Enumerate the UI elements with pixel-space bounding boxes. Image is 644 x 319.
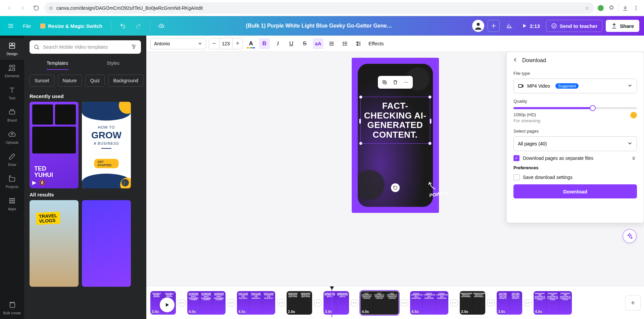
pages-select[interactable]: All pages (40) xyxy=(513,136,637,151)
share-button[interactable]: Share xyxy=(606,20,639,32)
align-button[interactable] xyxy=(326,38,337,49)
add-collaborator-button[interactable] xyxy=(488,20,500,32)
duplicate-button[interactable] xyxy=(380,78,389,87)
analytics-button[interactable] xyxy=(503,19,516,32)
timeline-clip[interactable]: MONITORING AND ADJUSTING AI OUTPUTS FOR … xyxy=(534,291,572,315)
back-button[interactable] xyxy=(4,3,15,13)
transition-button[interactable]: ⫞⫟ xyxy=(351,300,358,306)
transition-button[interactable]: ⫞⫟ xyxy=(524,300,532,306)
design-page[interactable]: FACT-CHECKING AI-GENERATED CONTENT. POIN… xyxy=(352,58,439,213)
chip-quiz[interactable]: Quiz xyxy=(85,75,105,87)
add-page-button[interactable]: + xyxy=(625,295,641,311)
template-thumb-3[interactable]: TRAVEL VLOGS xyxy=(30,200,79,287)
canvas-viewport[interactable]: FACT-CHECKING AI-GENERATED CONTENT. POIN… xyxy=(146,52,644,286)
cloud-sync-icon[interactable] xyxy=(155,20,167,32)
undo-button[interactable] xyxy=(117,20,129,32)
timeline-clip[interactable]: ETHICAL CONSIDERATIONS IN AI PROMPTINGET… xyxy=(410,291,448,315)
rail-draw[interactable]: Draw xyxy=(0,149,24,171)
transition-button[interactable]: ⫞⫟ xyxy=(277,300,285,306)
magic-button[interactable] xyxy=(623,229,637,243)
search-input[interactable]: Search Mobile Video templates xyxy=(30,40,141,54)
document-title[interactable]: (Bulk 1) Purple White Light Blue Geeky G… xyxy=(246,23,394,29)
spacing-button[interactable] xyxy=(353,38,364,49)
template-thumb-2[interactable]: HOW TO GROW A BUSINESS GET STARTED 🎓 xyxy=(82,102,131,188)
timeline-clip[interactable]: GENERATING RESEARCH QUESTIONSGENERATING … xyxy=(287,291,312,315)
save-settings-checkbox[interactable]: Save download settings xyxy=(513,174,637,180)
resize-magic-button[interactable]: Resize & Magic Switch xyxy=(37,21,106,31)
timeline-clip[interactable]: AUTOMATING RESPONSES WHILE MAINTAINING A… xyxy=(187,291,226,315)
bold-button[interactable]: B xyxy=(259,38,270,49)
chip-sunset[interactable]: Sunset xyxy=(30,75,54,87)
chip-nature[interactable]: Nature xyxy=(58,75,82,87)
menu-icon[interactable] xyxy=(632,4,640,12)
extensions-icon[interactable] xyxy=(607,4,615,12)
transition-button[interactable]: ⫞⫟ xyxy=(228,300,235,306)
rail-text[interactable]: Text xyxy=(0,83,24,104)
extension-1-icon[interactable] xyxy=(597,4,605,12)
star-icon[interactable]: ☆ xyxy=(585,5,589,11)
separate-files-checkbox[interactable]: ✓ Download pages as separate files ♛ xyxy=(513,155,637,161)
underline-button[interactable]: U xyxy=(286,38,297,49)
slider-thumb[interactable] xyxy=(590,105,596,111)
template-thumb-1[interactable]: TED YUHUI ▶ 🔇 xyxy=(30,102,79,188)
transition-button[interactable]: ⫞⫟ xyxy=(314,300,321,306)
play-preview-button[interactable]: 2:13 xyxy=(519,23,543,29)
delete-button[interactable] xyxy=(391,78,400,87)
timeline-clip[interactable]: HOW TO USE AI PROMPTS FOR RESEARCHHOW TO… xyxy=(237,291,275,315)
tab-templates[interactable]: Templates xyxy=(30,57,85,70)
mute-icon: 🔇 xyxy=(39,179,46,186)
file-menu[interactable]: File xyxy=(20,21,34,31)
rail-design[interactable]: Design xyxy=(0,38,24,60)
uppercase-button[interactable]: aA xyxy=(313,38,324,49)
url-bar[interactable]: ⊙ canva.com/design/DAGOmCmO92s/tTeU_Bo0j… xyxy=(44,2,594,14)
font-select[interactable]: Antonio xyxy=(150,38,206,49)
rail-brand[interactable]: Brand xyxy=(0,105,24,126)
transition-button[interactable]: ⫞⫟ xyxy=(178,300,185,306)
selected-text-element[interactable]: FACT-CHECKING AI-GENERATED CONTENT. xyxy=(360,97,430,144)
filetype-select[interactable]: MP4 Video Suggested xyxy=(513,79,637,93)
rail-elements[interactable]: Elements xyxy=(0,60,24,82)
timeline-clip[interactable]: FACT-CHECKING AI-GENERATED CONTENTFACT-C… xyxy=(360,291,399,315)
tab-styles[interactable]: Styles xyxy=(85,57,141,70)
playhead[interactable] xyxy=(332,288,332,317)
effects-button[interactable]: Effects xyxy=(366,41,386,46)
timeline-clip[interactable]: CRAFTING INCLUSIVE AND FAIR PROMPTSCRAFT… xyxy=(497,291,522,315)
transition-button[interactable]: ⫞⫟ xyxy=(401,300,408,306)
transition-button[interactable]: ⫞⫟ xyxy=(487,300,495,306)
timeline-play-button[interactable] xyxy=(160,298,175,312)
template-thumb-4[interactable] xyxy=(82,200,131,287)
strikethrough-button[interactable]: S xyxy=(299,38,310,49)
transition-button[interactable]: ⫞⫟ xyxy=(450,300,458,306)
back-button[interactable] xyxy=(512,57,518,64)
rail-projects[interactable]: Projects xyxy=(0,171,24,193)
rail-uploads[interactable]: Uploads xyxy=(0,127,24,148)
menu-button[interactable] xyxy=(5,20,17,32)
resize-handle[interactable] xyxy=(428,95,432,99)
rail-apps[interactable]: Apps xyxy=(0,193,24,215)
resize-handle[interactable] xyxy=(430,119,432,124)
list-button[interactable] xyxy=(340,38,350,49)
italic-button[interactable]: I xyxy=(273,38,283,49)
font-size-input[interactable] xyxy=(219,38,233,49)
download-icon[interactable] xyxy=(621,4,629,12)
more-button[interactable] xyxy=(401,78,411,87)
chip-background[interactable]: Background xyxy=(108,75,143,87)
forward-button[interactable] xyxy=(17,3,28,13)
quality-slider[interactable] xyxy=(513,107,637,109)
reload-button[interactable] xyxy=(31,3,42,13)
send-to-teacher-button[interactable]: Send to teacher xyxy=(546,20,603,32)
increase-size-button[interactable]: + xyxy=(233,40,243,47)
user-avatar[interactable] xyxy=(472,20,484,32)
redo-button[interactable] xyxy=(132,20,144,32)
biz-grow: GROW xyxy=(82,130,131,141)
timeline-clip[interactable]: SUMMARIZING INFORMATION WITH AISUMMARIZI… xyxy=(324,291,349,315)
timeline-clip[interactable]: UNDERSTANDING BIAS IN AI RESPONSESUNDERS… xyxy=(460,291,485,315)
resize-handle[interactable] xyxy=(359,119,361,124)
download-button[interactable]: Download xyxy=(513,184,637,198)
decrease-size-button[interactable]: − xyxy=(209,40,219,47)
filter-icon[interactable] xyxy=(131,44,137,51)
text-color-button[interactable]: A xyxy=(246,38,256,49)
resize-handle[interactable] xyxy=(359,95,362,99)
refresh-icon[interactable] xyxy=(391,183,400,192)
rail-bulk-create[interactable]: Bulk create xyxy=(0,298,24,319)
